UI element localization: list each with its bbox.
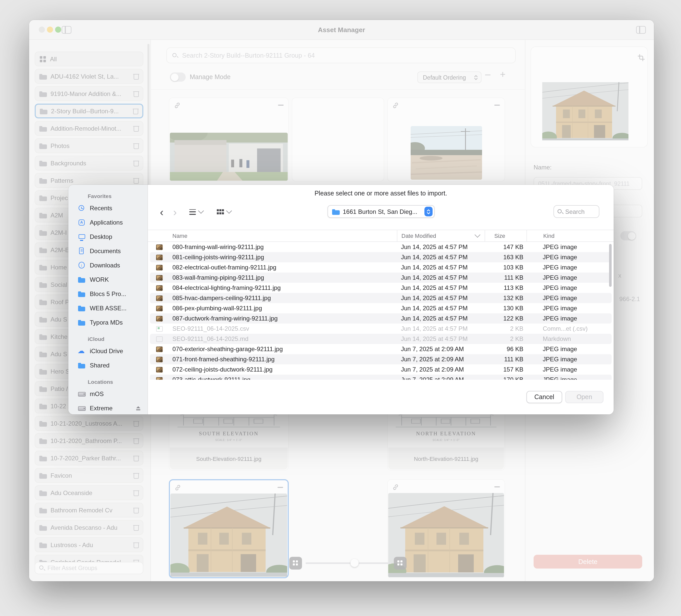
file-name: 073-attic-ductwork-92111.jpg (167, 376, 397, 380)
file-row[interactable]: 082-electrical-outlet-framing-92111.jpg … (150, 262, 612, 273)
eject-icon[interactable] (136, 406, 140, 410)
file-row[interactable]: 073-attic-ductwork-92111.jpg Jun 7, 2025… (150, 375, 612, 380)
file-type-icon (156, 244, 163, 250)
sidebar-item-icon (78, 290, 86, 298)
file-kind: Markdown (526, 335, 612, 342)
file-row[interactable]: 084-electrical-lighting-framing-92111.jp… (150, 283, 612, 293)
back-button[interactable]: ‹ (156, 205, 167, 218)
column-header-kind[interactable]: Kind (526, 230, 614, 241)
sidebar-item-label: iCloud Drive (90, 348, 123, 355)
file-date-modified: Jun 14, 2025 at 4:57 PM (397, 254, 485, 261)
file-size: 147 KB (485, 243, 526, 251)
file-row[interactable]: 086-pex-plumbing-wall-92111.jpg Jun 14, … (150, 303, 612, 313)
file-row[interactable]: SEO-92111_06-14-2025.csv Jun 14, 2025 at… (150, 324, 612, 334)
sidebar-item-label: Desktop (90, 233, 112, 240)
file-row[interactable]: 072-ceiling-joists-ductwork-92111.jpg Ju… (150, 364, 612, 375)
sidebar-item-icon (75, 378, 84, 386)
sidebar-row[interactable]: Typora MDs (75, 316, 147, 329)
chevron-down-icon (226, 208, 232, 214)
file-date-modified: Jun 14, 2025 at 4:57 PM (397, 264, 485, 271)
column-header-size[interactable]: Size (485, 230, 526, 241)
file-row[interactable]: 070-exterior-sheathing-garage-92111.jpg … (150, 344, 612, 354)
sidebar-item-label: Typora MDs (90, 319, 123, 326)
file-size: 130 KB (485, 305, 526, 312)
sidebar-item-icon (78, 362, 86, 369)
file-size: 122 KB (485, 315, 526, 322)
column-header-date[interactable]: Date Modified (397, 230, 485, 241)
file-row[interactable]: 085-hvac-dampers-ceiling-92111.jpg Jun 1… (150, 293, 612, 303)
sidebar-row[interactable]: Desktop (75, 231, 147, 243)
file-name: SEO-92111_06-14-2025.csv (167, 325, 397, 332)
sidebar-row[interactable]: Recents (75, 202, 147, 214)
chevron-down-icon (198, 208, 204, 214)
file-name: 081-ceiling-joists-wiring-92111.jpg (167, 254, 397, 261)
file-row[interactable]: 083-wall-framing-piping-92111.jpg Jun 14… (150, 273, 612, 283)
sidebar-row[interactable]: Extreme (75, 402, 147, 414)
sidebar-row[interactable]: Shared (75, 359, 147, 372)
file-date-modified: Jun 7, 2025 at 2:09 AM (397, 366, 485, 373)
file-row[interactable]: 081-ceiling-joists-wiring-92111.jpg Jun … (150, 252, 612, 262)
sidebar-item-icon (78, 247, 86, 255)
sidebar-row[interactable]: WEB ASSE... (75, 302, 147, 314)
sidebar-row[interactable]: WORK (75, 274, 147, 286)
sidebar-row[interactable]: Downloads (75, 259, 147, 272)
file-row[interactable]: 071-front-framed-sheathing-92111.jpg Jun… (150, 354, 612, 364)
open-button[interactable]: Open (565, 391, 603, 403)
list-view-dropdown[interactable] (186, 206, 207, 218)
group-view-dropdown[interactable] (213, 206, 235, 218)
file-row[interactable]: SEO-92111_06-14-2025.md Jun 14, 2025 at … (150, 334, 612, 344)
sidebar-row[interactable]: mOS (75, 388, 147, 400)
file-row[interactable]: 080-framing-wall-wiring-92111.jpg Jun 14… (150, 242, 612, 252)
sidebar-item-label: Blocs 5 Pro... (90, 290, 126, 298)
file-type-icon (156, 346, 163, 352)
file-row[interactable]: 087-ductwork-framing-wiring-92111.jpg Ju… (150, 313, 612, 324)
file-date-modified: Jun 14, 2025 at 4:57 PM (397, 284, 485, 291)
file-list-scrollbar[interactable] (609, 244, 612, 287)
sidebar-row[interactable]: Documents (75, 245, 147, 257)
folder-icon (332, 208, 340, 215)
file-size: 2 KB (485, 335, 526, 342)
sidebar-item-icon (78, 319, 86, 326)
column-header-name[interactable]: Name (167, 230, 397, 241)
sidebar-item-label: Recents (90, 205, 112, 212)
dialog-search-field[interactable] (553, 205, 599, 218)
sidebar-item-label: Shared (90, 362, 109, 369)
cancel-button[interactable]: Cancel (526, 391, 562, 403)
sidebar-item-icon (78, 347, 86, 355)
sidebar-item-icon (78, 390, 86, 398)
file-kind: JPEG image (526, 376, 612, 380)
file-kind: JPEG image (526, 243, 612, 251)
popup-updown-icon (424, 207, 433, 216)
sidebar-row[interactable]: iCloud (75, 335, 147, 343)
file-size: 163 KB (485, 254, 526, 261)
file-date-modified: Jun 14, 2025 at 4:57 PM (397, 305, 485, 312)
file-date-modified: Jun 7, 2025 at 2:09 AM (397, 346, 485, 353)
sidebar-item-icon (78, 204, 86, 212)
sidebar-row[interactable]: Locations (75, 378, 147, 386)
location-popup-button[interactable]: 1661 Burton St, San Dieg... (327, 205, 435, 218)
file-dialog-sidebar: Favorites Recents Applications (68, 185, 148, 414)
file-size: 132 KB (485, 294, 526, 302)
list-view-icon (189, 209, 196, 215)
sort-chevron-icon (475, 232, 481, 238)
sidebar-row[interactable]: Applications (75, 216, 147, 229)
search-icon (557, 208, 563, 215)
sidebar-item-icon (78, 262, 86, 269)
file-date-modified: Jun 14, 2025 at 4:57 PM (397, 335, 485, 342)
sidebar-item-icon (78, 233, 86, 241)
grid-view-icon (217, 209, 224, 214)
sidebar-item-label: WORK (90, 276, 109, 283)
file-size: 103 KB (485, 264, 526, 271)
file-type-icon (156, 254, 163, 260)
sidebar-item-icon (75, 335, 84, 343)
dialog-search-input[interactable] (565, 208, 596, 215)
forward-button[interactable]: › (169, 205, 181, 218)
sidebar-row[interactable]: iCloud Drive (75, 345, 147, 357)
file-name: 070-exterior-sheathing-garage-92111.jpg (167, 346, 397, 353)
file-dialog-main: Please select one or more asset files to… (148, 185, 614, 414)
file-name: 084-electrical-lighting-framing-92111.jp… (167, 284, 397, 291)
file-type-icon (156, 265, 163, 270)
sidebar-row[interactable]: Blocs 5 Pro... (75, 288, 147, 300)
sidebar-row[interactable]: Favorites (75, 192, 147, 200)
file-type-icon (156, 356, 163, 362)
